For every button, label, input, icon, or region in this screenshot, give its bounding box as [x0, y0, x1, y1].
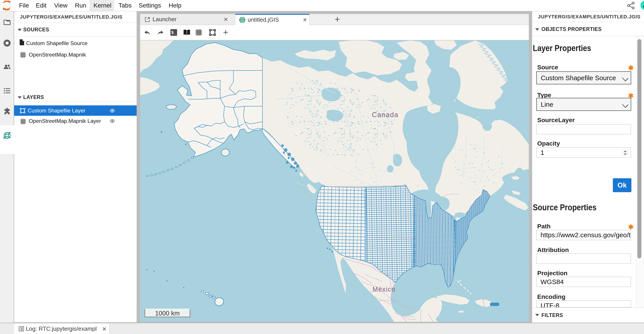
svg-text:United States: United States: [374, 234, 418, 241]
svg-text:1000 km: 1000 km: [155, 310, 180, 317]
svg-text:Canada: Canada: [372, 111, 398, 119]
svg-text:México: México: [372, 286, 396, 293]
